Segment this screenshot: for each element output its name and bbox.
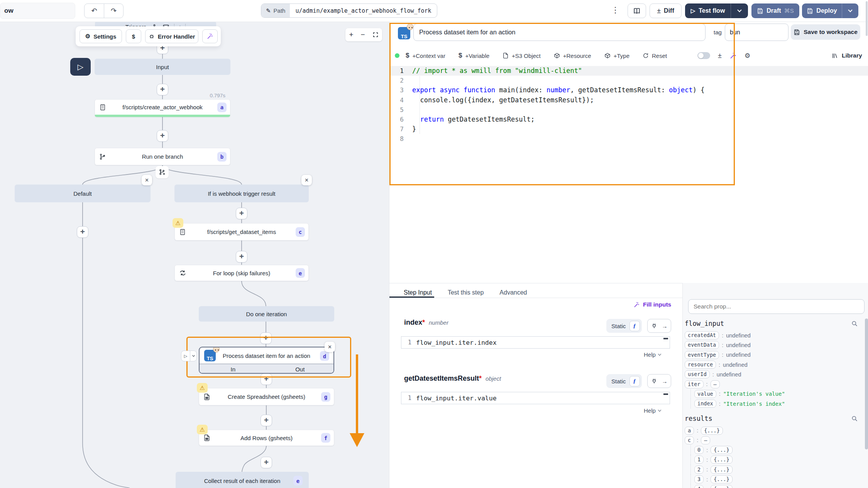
type-button[interactable]: +Type <box>604 53 629 59</box>
s3-object-button[interactable]: +S3 Object <box>503 53 541 59</box>
flow-node-add-rows[interactable]: Add Rows (gsheets) f <box>199 430 334 446</box>
run-step-button[interactable]: ▷ <box>181 354 190 359</box>
kebab-menu[interactable]: ⋮ <box>611 5 619 15</box>
fill-inputs-button[interactable]: Fill inputs <box>633 301 671 308</box>
key-pill[interactable]: 0 <box>694 446 704 454</box>
variables-button[interactable]: $ <box>126 29 141 43</box>
value-pill[interactable]: {...} <box>711 446 733 454</box>
run-flow-button[interactable]: ▷ <box>70 58 91 76</box>
variable-button[interactable]: $+Variable <box>459 52 489 59</box>
reset-button[interactable]: Reset <box>643 53 667 59</box>
value-pill[interactable]: – <box>701 436 710 444</box>
deploy-main[interactable]: Deploy <box>802 7 842 14</box>
tab-advanced[interactable]: Advanced <box>499 289 527 296</box>
help-toggle[interactable]: Help <box>644 351 661 358</box>
settings-button[interactable]: ⚙ Settings <box>80 29 122 43</box>
redo-button[interactable]: ↷ <box>104 7 123 15</box>
value-pill[interactable]: {...} <box>711 485 733 488</box>
value-pill[interactable]: {...} <box>711 475 733 483</box>
ai-assistant-button[interactable] <box>202 29 218 43</box>
library-button[interactable]: Library <box>832 50 862 61</box>
add-step-button[interactable]: + <box>261 415 272 426</box>
key-pill[interactable]: 4 <box>694 485 704 488</box>
docs-button[interactable] <box>628 3 646 18</box>
search-icon[interactable] <box>851 415 858 422</box>
flow-node-default-branch[interactable]: Default <box>15 185 151 202</box>
diff-icon[interactable]: ± <box>718 52 722 60</box>
run-step-dropdown[interactable] <box>190 356 196 356</box>
tab-test-this-step[interactable]: Test this step <box>448 289 484 296</box>
flow-canvas[interactable]: Triggers + ⚙ Settings $ Error Handler + … <box>0 22 389 488</box>
delete-branch-button[interactable]: × <box>301 175 312 185</box>
scrollbar-thumb[interactable] <box>866 1 868 36</box>
value-pill[interactable]: {...} <box>711 456 733 464</box>
flow-node-create-spreadsheet[interactable]: Create Spreadsheet (gsheets) g <box>199 388 334 405</box>
draft-button[interactable]: Draft ⌘S <box>751 3 799 18</box>
add-step-button[interactable]: + <box>236 251 247 263</box>
search-icon[interactable] <box>851 320 858 327</box>
ai-wand-icon[interactable] <box>729 52 737 59</box>
node-in-tab[interactable]: In <box>200 366 267 373</box>
flow-name-input[interactable] <box>0 3 75 19</box>
undo-button[interactable]: ↶ <box>85 7 104 15</box>
help-toggle[interactable]: Help <box>644 407 661 414</box>
key-pill[interactable]: index <box>694 400 716 408</box>
search-prop-input[interactable] <box>688 299 865 314</box>
fit-view-icon[interactable] <box>372 32 379 38</box>
key-pill[interactable]: a <box>685 427 694 435</box>
add-step-button[interactable]: + <box>77 226 88 238</box>
key-pill[interactable]: 3 <box>694 475 704 483</box>
key-pill[interactable]: createdAt <box>685 331 719 339</box>
node-out-tab[interactable]: Out <box>267 366 334 373</box>
plug-icon[interactable] <box>651 323 657 329</box>
value-pill[interactable]: – <box>711 380 720 388</box>
add-step-button[interactable]: + <box>157 84 168 95</box>
index-expr-editor[interactable]: 1 flow_input.iter.index <box>401 336 670 349</box>
flow-node-for-loop[interactable]: For loop (skip failures) e <box>174 265 309 281</box>
tab-step-input[interactable]: Step Input <box>404 289 432 296</box>
diff-mode-toggle[interactable] <box>697 52 710 59</box>
key-pill[interactable]: iter <box>685 380 704 388</box>
resource-button[interactable]: +Resource <box>554 53 591 59</box>
add-step-button[interactable]: + <box>157 130 168 142</box>
result-expr-editor[interactable]: 1 flow_input.iter.value <box>401 392 670 404</box>
node-title-row[interactable]: TS Process dataset item for an action d <box>200 347 333 364</box>
add-step-button[interactable]: + <box>260 332 272 344</box>
add-step-button[interactable]: + <box>261 457 272 468</box>
value-pill[interactable]: {...} <box>701 427 723 435</box>
plug-icon[interactable] <box>651 378 657 384</box>
error-handler-button[interactable]: Error Handler <box>145 29 198 43</box>
add-step-button[interactable]: + <box>236 208 247 219</box>
delete-branch-button[interactable]: × <box>142 175 152 185</box>
flow-node-do-one-iteration[interactable]: Do one iteration <box>199 306 334 322</box>
context-var-button[interactable]: $+Context var <box>406 52 445 59</box>
add-step-button[interactable]: + <box>261 373 272 385</box>
key-pill[interactable]: resource <box>685 361 716 369</box>
function-mode-button[interactable]: ƒ <box>629 321 640 331</box>
flow-node-create-actor-webhook[interactable]: f/scripts/create_actor_webhook a <box>95 99 230 117</box>
flow-node-get-dataset-items[interactable]: f/scripts/get_dataset_items c <box>174 223 309 241</box>
deploy-dropdown[interactable] <box>842 10 858 12</box>
zoom-out-button[interactable]: − <box>360 30 365 39</box>
key-pill[interactable]: eventData <box>685 341 719 349</box>
key-pill[interactable]: eventType <box>685 351 719 359</box>
function-mode-button[interactable]: ƒ <box>629 376 640 386</box>
key-pill[interactable]: c <box>685 436 694 444</box>
arrow-right-icon[interactable]: → <box>662 323 668 329</box>
path-chip[interactable]: ✎ Path u/admin/example_actor_webhook_flo… <box>261 3 437 18</box>
value-pill[interactable]: {...} <box>711 466 733 474</box>
delete-step-button[interactable]: × <box>325 342 335 352</box>
flow-node-process-item[interactable]: TS Process dataset item for an action d … <box>199 347 334 374</box>
key-pill[interactable]: userId <box>685 370 710 378</box>
key-pill[interactable]: 2 <box>694 466 704 474</box>
code-editor[interactable]: 1// import * as wmill from "windmill-cli… <box>389 66 868 283</box>
flow-node-input[interactable]: Input <box>95 59 230 75</box>
arrow-right-icon[interactable]: → <box>662 378 668 385</box>
flow-node-if-branch[interactable]: If is webhook trigger result <box>174 185 309 202</box>
test-flow-dropdown[interactable] <box>731 10 748 12</box>
zoom-in-button[interactable]: + <box>349 30 353 39</box>
deploy-button[interactable]: Deploy <box>802 3 858 18</box>
key-pill[interactable]: value <box>694 390 716 398</box>
static-toggle[interactable]: Static ƒ <box>606 319 642 333</box>
add-branch-button[interactable] <box>156 166 169 178</box>
